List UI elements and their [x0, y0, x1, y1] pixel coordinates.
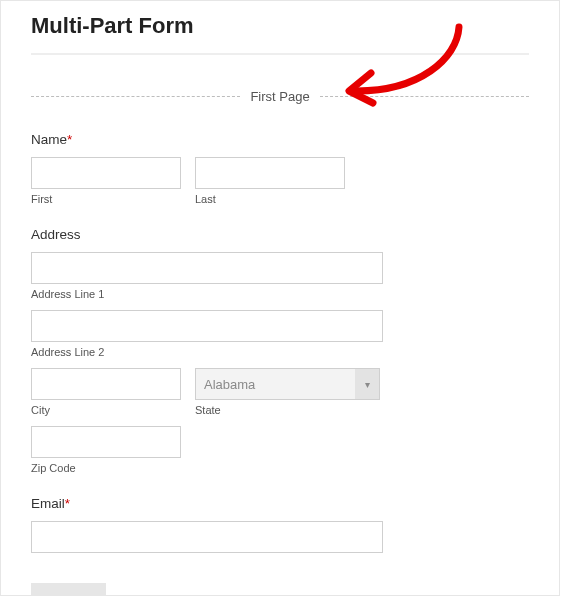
title-divider [31, 53, 529, 55]
zip-input[interactable] [31, 426, 181, 458]
form-card: Multi-Part Form First Page Name* First L… [0, 0, 560, 596]
next-button[interactable]: Next [31, 583, 106, 596]
state-selected-value: Alabama [204, 377, 255, 392]
address-line1-sublabel: Address Line 1 [31, 288, 529, 300]
page-break-label: First Page [240, 89, 319, 104]
name-label: Name* [31, 132, 529, 147]
page-break: First Page [31, 89, 529, 104]
email-group: Email* [31, 496, 529, 553]
name-group: Name* First Last [31, 132, 529, 205]
last-name-input[interactable] [195, 157, 345, 189]
address-line2-sublabel: Address Line 2 [31, 346, 529, 358]
address-group: Address Address Line 1 Address Line 2 Ci… [31, 227, 529, 474]
name-required-mark: * [67, 132, 72, 147]
address-label: Address [31, 227, 529, 242]
city-sublabel: City [31, 404, 181, 416]
city-input[interactable] [31, 368, 181, 400]
last-name-sublabel: Last [195, 193, 345, 205]
first-name-sublabel: First [31, 193, 181, 205]
page-title: Multi-Part Form [31, 13, 529, 39]
email-required-mark: * [65, 496, 70, 511]
email-input[interactable] [31, 521, 383, 553]
zip-sublabel: Zip Code [31, 462, 529, 474]
state-sublabel: State [195, 404, 380, 416]
chevron-down-icon: ▾ [355, 369, 379, 399]
address-line1-input[interactable] [31, 252, 383, 284]
first-name-input[interactable] [31, 157, 181, 189]
page-break-line-left [31, 96, 240, 97]
page-break-line-right [320, 96, 529, 97]
name-label-text: Name [31, 132, 67, 147]
state-select[interactable]: Alabama ▾ [195, 368, 380, 400]
address-line2-input[interactable] [31, 310, 383, 342]
email-label-text: Email [31, 496, 65, 511]
email-label: Email* [31, 496, 529, 511]
